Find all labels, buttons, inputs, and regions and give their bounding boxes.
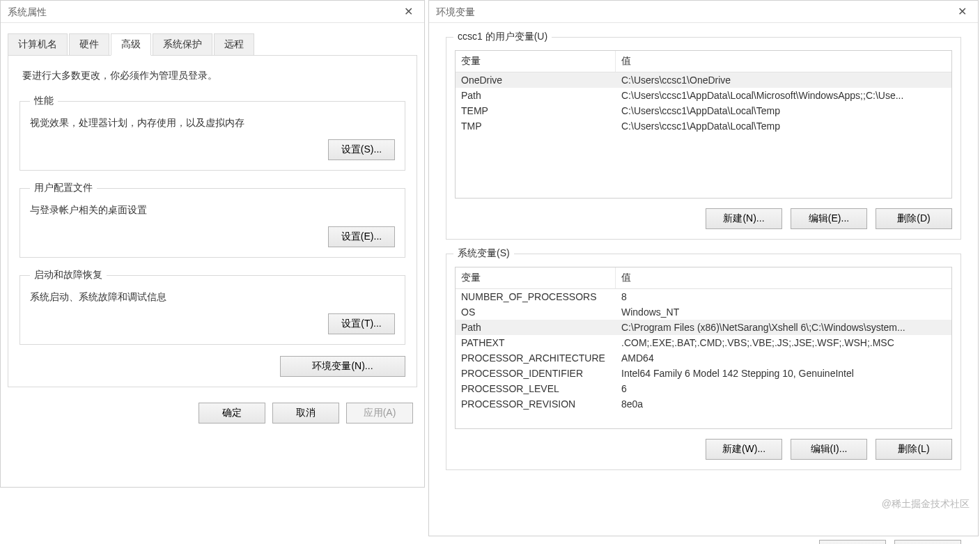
var-value: C:\Users\ccsc1\AppData\Local\Temp [616,118,951,134]
table-row[interactable]: PathC:\Program Files (x86)\NetSarang\Xsh… [456,320,951,335]
tab-远程[interactable]: 远程 [214,33,254,56]
var-name: TEMP [456,103,616,118]
var-name: OS [456,304,616,320]
var-name: NUMBER_OF_PROCESSORS [456,289,616,304]
var-name: PROCESSOR_IDENTIFIER [456,366,616,381]
var-value: C:\Users\ccsc1\OneDrive [616,72,951,88]
cancel-button[interactable]: 取消 [894,540,961,544]
var-name: TMP [456,118,616,134]
apply-button: 应用(A) [346,403,413,423]
tab-panel-advanced: 要进行大多数更改，你必须作为管理员登录。 性能 视觉效果，处理器计划，内存使用，… [8,55,417,387]
dialog-buttons-right: 确定 取消 [429,536,978,544]
var-value: AMD64 [616,350,951,366]
sys-delete-button[interactable]: 删除(L) [876,439,952,460]
tab-strip: 计算机名硬件高级系统保护远程 [8,33,417,55]
system-properties-dialog: 系统属性 ✕ 计算机名硬件高级系统保护远程 要进行大多数更改，你必须作为管理员登… [0,0,425,488]
user-variables-group: ccsc1 的用户变量(U) 变量 值 OneDriveC:\Users\ccs… [446,37,961,240]
table-row[interactable]: OneDriveC:\Users\ccsc1\OneDrive [456,72,951,88]
userprofiles-desc: 与登录帐户相关的桌面设置 [30,204,395,217]
watermark: @稀土掘金技术社区 [882,498,970,511]
user-edit-button[interactable]: 编辑(E)... [791,208,867,229]
userprofiles-legend: 用户配置文件 [30,182,97,194]
performance-desc: 视觉效果，处理器计划，内存使用，以及虚拟内存 [30,117,395,130]
ok-button[interactable]: 确定 [819,540,886,544]
environment-variables-button[interactable]: 环境变量(N)... [280,356,405,377]
col-value[interactable]: 值 [616,51,951,72]
user-variables-legend: ccsc1 的用户变量(U) [453,31,552,43]
var-name: PROCESSOR_REVISION [456,396,616,412]
table-header: 变量 值 [456,267,951,289]
var-name: PROCESSOR_LEVEL [456,381,616,396]
tab-高级[interactable]: 高级 [111,33,151,56]
system-variables-group: 系统变量(S) 变量 值 NUMBER_OF_PROCESSORS8OSWind… [446,254,961,470]
table-row[interactable]: PATHEXT.COM;.EXE;.BAT;.CMD;.VBS;.VBE;.JS… [456,335,951,350]
table-row[interactable]: TMPC:\Users\ccsc1\AppData\Local\Temp [456,118,951,134]
startup-legend: 启动和故障恢复 [30,269,107,281]
var-value: C:\Program Files (x86)\NetSarang\Xshell … [616,320,951,335]
var-value: Intel64 Family 6 Model 142 Stepping 10, … [616,366,951,381]
cancel-button[interactable]: 取消 [272,403,339,423]
sys-new-button[interactable]: 新建(W)... [706,439,782,460]
table-header: 变量 值 [456,51,951,72]
table-row[interactable]: TEMPC:\Users\ccsc1\AppData\Local\Temp [456,103,951,118]
titlebar-left: 系统属性 ✕ [1,1,424,23]
col-variable[interactable]: 变量 [456,51,616,72]
tab-硬件[interactable]: 硬件 [69,33,109,56]
startup-settings-button[interactable]: 设置(T)... [328,313,395,334]
system-variables-legend: 系统变量(S) [453,247,514,260]
table-row[interactable]: OSWindows_NT [456,304,951,320]
performance-legend: 性能 [30,95,58,107]
dialog-title: 系统属性 [8,1,47,23]
dialog-buttons-left: 确定 取消 应用(A) [1,396,424,430]
var-value: 6 [616,381,951,396]
close-icon[interactable]: ✕ [400,1,417,23]
var-value: Windows_NT [616,304,951,320]
startup-desc: 系统启动、系统故障和调试信息 [30,291,395,304]
system-variables-body: NUMBER_OF_PROCESSORS8OSWindows_NTPathC:\… [456,289,951,428]
user-delete-button[interactable]: 删除(D) [876,208,952,229]
tab-系统保护[interactable]: 系统保护 [153,33,212,56]
ok-button[interactable]: 确定 [199,403,265,423]
table-row[interactable]: PROCESSOR_REVISION8e0a [456,396,951,412]
titlebar-right: 环境变量 ✕ [429,1,978,23]
var-value: .COM;.EXE;.BAT;.CMD;.VBS;.VBE;.JS;.JSE;.… [616,335,951,350]
table-row[interactable]: PROCESSOR_LEVEL6 [456,381,951,396]
var-value: C:\Users\ccsc1\AppData\Local\Temp [616,103,951,118]
startup-group: 启动和故障恢复 系统启动、系统故障和调试信息 设置(T)... [20,269,405,345]
sys-edit-button[interactable]: 编辑(I)... [791,439,867,460]
var-value: 8 [616,289,951,304]
performance-settings-button[interactable]: 设置(S)... [328,139,395,160]
table-row[interactable]: PROCESSOR_ARCHITECTUREAMD64 [456,350,951,366]
user-variables-table[interactable]: 变量 值 OneDriveC:\Users\ccsc1\OneDrivePath… [455,50,952,199]
userprofiles-group: 用户配置文件 与登录帐户相关的桌面设置 设置(E)... [20,182,405,258]
col-variable[interactable]: 变量 [456,267,616,288]
col-value[interactable]: 值 [616,267,951,288]
var-name: Path [456,88,616,103]
var-value: C:\Users\ccsc1\AppData\Local\Microsoft\W… [616,88,951,103]
var-name: OneDrive [456,72,616,88]
var-name: Path [456,320,616,335]
tab-计算机名[interactable]: 计算机名 [8,33,68,56]
user-variables-body: OneDriveC:\Users\ccsc1\OneDrivePathC:\Us… [456,72,951,198]
table-row[interactable]: PathC:\Users\ccsc1\AppData\Local\Microso… [456,88,951,103]
system-variables-table[interactable]: 变量 值 NUMBER_OF_PROCESSORS8OSWindows_NTPa… [455,267,952,429]
userprofiles-settings-button[interactable]: 设置(E)... [328,226,395,247]
dialog-title: 环境变量 [436,1,475,23]
var-name: PATHEXT [456,335,616,350]
table-row[interactable]: PROCESSOR_IDENTIFIERIntel64 Family 6 Mod… [456,366,951,381]
environment-variables-dialog: 环境变量 ✕ ccsc1 的用户变量(U) 变量 值 OneDriveC:\Us… [428,0,979,536]
var-name: PROCESSOR_ARCHITECTURE [456,350,616,366]
admin-note: 要进行大多数更改，你必须作为管理员登录。 [22,70,405,82]
performance-group: 性能 视觉效果，处理器计划，内存使用，以及虚拟内存 设置(S)... [20,95,405,171]
close-icon[interactable]: ✕ [954,1,971,23]
table-row[interactable]: NUMBER_OF_PROCESSORS8 [456,289,951,304]
user-new-button[interactable]: 新建(N)... [706,208,782,229]
var-value: 8e0a [616,396,951,412]
